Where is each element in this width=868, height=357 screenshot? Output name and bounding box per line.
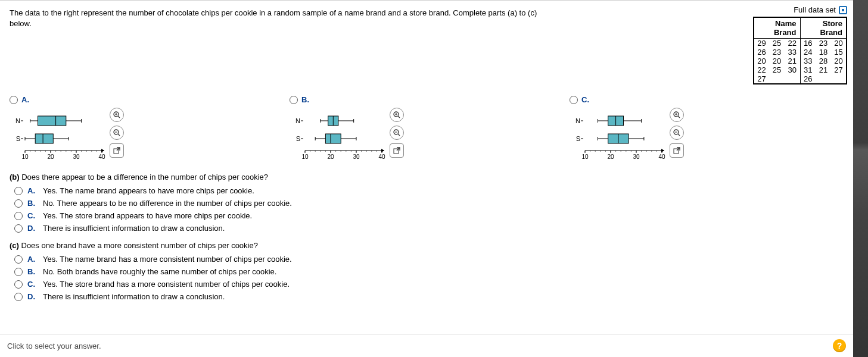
popout-icon[interactable] [110, 143, 124, 158]
opt-text: Yes. The store brand has a more consiste… [43, 280, 290, 289]
cell: 21 [816, 65, 831, 74]
cell: 31 [800, 65, 816, 74]
radio-b-b[interactable] [14, 199, 23, 208]
zoom-out-icon[interactable] [670, 126, 684, 140]
cell [785, 74, 800, 84]
radio-c-b[interactable] [14, 268, 23, 276]
plot-choice-a-label: A. [21, 95, 29, 104]
svg-text:40: 40 [378, 154, 385, 160]
zoom-in-icon[interactable] [670, 108, 684, 122]
data-set-icon [839, 6, 847, 14]
plot-choice-c-label: C. [581, 95, 589, 104]
svg-line-46 [118, 134, 120, 136]
radio-plot-a[interactable] [10, 96, 18, 104]
cell: 22 [754, 65, 769, 74]
cell: 28 [816, 57, 831, 65]
question-b-prompt: (b) Does there appear to be a difference… [10, 173, 847, 181]
opt-text: Yes. The name brand appears to have more… [43, 186, 254, 195]
full-data-set-link[interactable]: Full data set [794, 5, 847, 14]
opt-label: D. [27, 224, 38, 233]
cell: 25 [769, 65, 785, 74]
radio-plot-b[interactable] [290, 96, 298, 104]
cell: 25 [769, 39, 785, 48]
cell: 29 [754, 39, 769, 48]
question-b-prefix: (b) [10, 173, 21, 181]
cell [816, 74, 831, 84]
cell [769, 74, 785, 84]
opt-label: D. [27, 292, 38, 301]
boxplot-b: 10203040NS [294, 108, 387, 164]
data-table: Name Brand Store Brand 29 25 22 16 23 20… [753, 17, 847, 84]
opt-label: B. [27, 267, 38, 276]
svg-rect-84 [325, 134, 341, 143]
opt-text: Yes. The name brand has a more consisten… [43, 255, 292, 264]
radio-c-c[interactable] [14, 280, 23, 289]
cell: 30 [785, 65, 800, 74]
radio-c-d[interactable] [14, 293, 23, 301]
svg-text:10: 10 [21, 154, 29, 160]
zoom-out-icon[interactable] [390, 126, 404, 140]
cell: 20 [831, 39, 847, 48]
svg-text:20: 20 [327, 154, 334, 160]
svg-text:S: S [296, 135, 300, 142]
cell: 26 [754, 48, 769, 57]
cell: 33 [785, 48, 800, 57]
cell: 20 [754, 57, 769, 65]
zoom-out-icon[interactable] [110, 126, 124, 140]
help-button[interactable]: ? [833, 339, 846, 352]
cell: 18 [816, 48, 831, 57]
cell: 16 [800, 39, 816, 48]
question-c-prefix: (c) [10, 241, 21, 250]
popout-icon[interactable] [670, 143, 684, 158]
svg-rect-35 [35, 134, 53, 143]
cell: 23 [816, 39, 831, 48]
svg-text:10: 10 [581, 154, 589, 160]
svg-text:40: 40 [658, 154, 665, 160]
radio-b-a[interactable] [14, 187, 23, 195]
svg-text:40: 40 [98, 154, 105, 160]
svg-text:10: 10 [301, 154, 309, 160]
svg-text:S: S [16, 135, 20, 142]
full-data-set-label: Full data set [794, 5, 836, 14]
cell: 20 [831, 57, 847, 65]
svg-text:N: N [575, 117, 580, 124]
svg-text:30: 30 [353, 154, 360, 160]
svg-text:20: 20 [607, 154, 614, 160]
question-c-prompt: (c) Does one brand have a more consisten… [10, 241, 847, 250]
opt-label: C. [27, 211, 38, 220]
zoom-in-icon[interactable] [110, 108, 124, 122]
svg-text:N: N [15, 117, 20, 124]
svg-line-144 [678, 134, 680, 136]
svg-line-140 [678, 116, 680, 118]
question-b-text: Does there appear to be a difference in … [21, 173, 268, 181]
opt-label: C. [27, 280, 38, 289]
svg-rect-29 [38, 116, 66, 126]
cell: 15 [831, 48, 847, 57]
opt-text: There is insufficient information to dra… [43, 224, 225, 233]
svg-line-42 [118, 116, 120, 118]
opt-label: B. [27, 199, 38, 208]
table-header-name: Name Brand [754, 17, 800, 39]
opt-text: Yes. The store brand appears to have mor… [43, 211, 252, 220]
cell: 21 [785, 57, 800, 65]
svg-text:N: N [295, 117, 300, 124]
svg-text:S: S [576, 135, 580, 142]
boxplot-a: 10203040NS [14, 108, 107, 164]
radio-c-a[interactable] [14, 255, 23, 264]
cell: 33 [800, 57, 816, 65]
svg-line-95 [398, 134, 400, 136]
popout-icon[interactable] [390, 143, 404, 158]
zoom-in-icon[interactable] [390, 108, 404, 122]
opt-text: No. There appears to be no difference in… [43, 199, 292, 208]
radio-b-c[interactable] [14, 212, 23, 220]
intro-text: The data to the right represent the numb… [10, 5, 546, 29]
cell: 24 [800, 48, 816, 57]
svg-line-91 [398, 116, 400, 118]
radio-b-d[interactable] [14, 224, 23, 233]
svg-text:20: 20 [47, 154, 54, 160]
footer-text: Click to select your answer. [7, 342, 101, 350]
question-c-text: Does one brand have a more consistent nu… [21, 241, 258, 250]
radio-plot-c[interactable] [570, 96, 578, 104]
cell: 27 [831, 65, 847, 74]
plot-choice-b-label: B. [301, 95, 309, 104]
